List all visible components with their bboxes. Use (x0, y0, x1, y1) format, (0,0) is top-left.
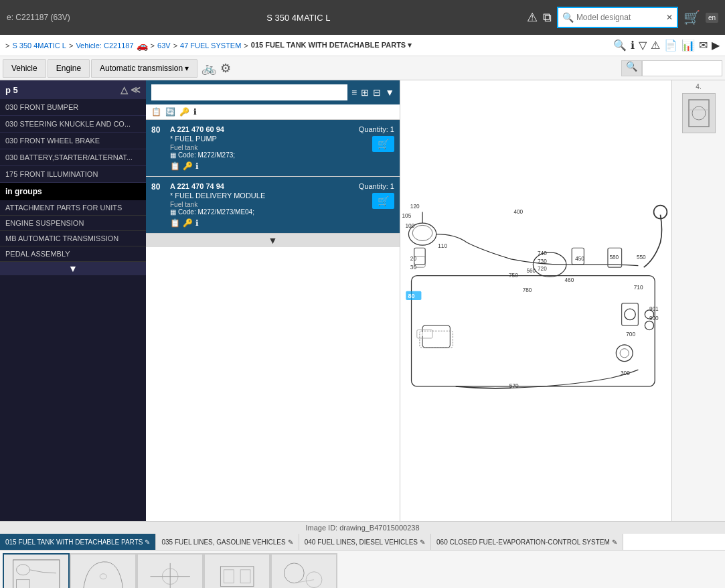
part-key-icon-1[interactable]: 🔑 (183, 161, 193, 171)
thumbnail-4[interactable] (204, 553, 270, 588)
parts-action-info-icon[interactable]: ℹ (193, 107, 197, 117)
part-info-1: A 221 470 60 94 * FUEL PUMP Fuel tank ▦ … (170, 125, 353, 171)
svg-text:720: 720 (538, 266, 547, 272)
top-header: e: C221187 (63V) S 350 4MATIC L ⚠ ⧉ 🔍 ✕ … (0, 0, 725, 35)
parts-action-exchange-icon[interactable]: 🔄 (165, 107, 175, 117)
right-panel-image[interactable] (682, 93, 716, 133)
sidebar-item-mb-automatic[interactable]: MB AUTOMATIC TRANSMISSION (0, 231, 146, 246)
parts-view-icon[interactable]: ⊟ (373, 87, 381, 98)
thumb-tab-edit-1[interactable]: ✎ (288, 538, 293, 546)
part-list-icon-1[interactable]: 📋 (170, 161, 180, 171)
part-list-icon-2[interactable]: 📋 (170, 218, 180, 228)
sidebar-collapse-icon[interactable]: △ (120, 84, 128, 95)
doc-icon[interactable]: 📄 (664, 39, 677, 52)
sidebar-item-pedal[interactable]: PEDAL ASSEMBLY (0, 246, 146, 262)
thumb-tab-060[interactable]: 060 CLOSED FUEL-EVAPORATION-CONTROL SYST… (431, 534, 623, 550)
sidebar-item-attachment[interactable]: ATTACHMENT PARTS FOR UNITS (0, 200, 146, 216)
sidebar-close-icon[interactable]: ≪ (131, 84, 141, 95)
info-icon[interactable]: ℹ (631, 39, 635, 52)
search-icon: 🔍 (562, 12, 574, 23)
parts-search-input[interactable] (151, 84, 347, 100)
breadcrumb-separator: > (5, 42, 9, 50)
sidebar-scroll-down[interactable]: ▼ (0, 262, 146, 275)
breadcrumb-model[interactable]: S 350 4MATIC L (12, 42, 66, 50)
svg-text:780: 780 (523, 288, 532, 294)
part-code-2: A 221 470 74 94 (170, 182, 353, 190)
tab-vehicle[interactable]: Vehicle (3, 59, 46, 78)
copy-icon[interactable]: ⧉ (543, 11, 552, 25)
part-info-icon-1[interactable]: ℹ (195, 161, 199, 171)
alert-icon[interactable]: ⚠ (651, 39, 660, 52)
arrow-icon[interactable]: ▶ (712, 39, 720, 52)
thumb-tab-edit-2[interactable]: ✎ (420, 538, 425, 546)
sidebar-item-steering-knuckle[interactable]: 030 STEERING KNUCKLE AND CO... (0, 116, 146, 133)
sidebar: p 5 △ ≪ 030 FRONT BUMPER 030 STEERING KN… (0, 80, 146, 521)
tab-search-input[interactable] (642, 60, 722, 76)
breadcrumb-63v[interactable]: 63V (157, 42, 171, 50)
part-quantity-1: Quantity: 1 (359, 125, 394, 133)
thumb-tab-040[interactable]: 040 FUEL LINES, DIESEL VEHICLES ✎ (299, 534, 431, 550)
bike-icon[interactable]: 🚲 (202, 61, 216, 76)
thumbnail-svg-1 (7, 557, 65, 588)
part-quantity-2: Quantity: 1 (359, 182, 394, 190)
parts-action-list-icon[interactable]: 📋 (151, 107, 161, 117)
sidebar-item-engine-suspension[interactable]: ENGINE SUSPENSION (0, 216, 146, 231)
thumbnail-3[interactable] (137, 553, 204, 588)
parts-scroll-down[interactable]: ▼ (146, 234, 400, 247)
thumb-tab-015[interactable]: 015 FUEL TANK WITH DETACHABLE PARTS ✎ (0, 534, 156, 550)
add-to-cart-1[interactable]: 🛒 (372, 136, 394, 152)
clear-search-button[interactable]: ✕ (666, 13, 673, 22)
parts-list-icon[interactable]: ≡ (351, 87, 357, 98)
part-name-1: * FUEL PUMP (170, 135, 353, 143)
svg-point-2 (412, 226, 432, 241)
chart-icon[interactable]: 📊 (681, 39, 695, 52)
svg-text:100: 100 (405, 223, 414, 229)
svg-text:800: 800 (420, 332, 430, 338)
tab-engine[interactable]: Engine (48, 59, 90, 78)
parts-grid-icon[interactable]: ⊞ (361, 87, 369, 98)
sidebar-item-front-illumination[interactable]: 175 FRONT ILLUMINATION (0, 166, 146, 183)
breadcrumb-vehicle[interactable]: Vehicle: C221187 (76, 42, 133, 50)
thumbnail-2[interactable] (70, 553, 137, 588)
sidebar-item-battery[interactable]: 030 BATTERY,STARTER/ALTERNAT... (0, 149, 146, 166)
thumb-tab-edit-3[interactable]: ✎ (612, 538, 617, 546)
svg-rect-48 (13, 560, 59, 588)
filter-icon[interactable]: ▽ (639, 39, 647, 52)
warning-icon[interactable]: ⚠ (527, 10, 538, 25)
add-to-cart-2[interactable]: 🛒 (372, 193, 394, 209)
engine-icon[interactable]: ⚙ (220, 61, 231, 76)
part-qty-2: Quantity: 1 🛒 (359, 182, 394, 209)
right-panel: 4. (671, 80, 725, 521)
language-badge[interactable]: en (706, 13, 718, 23)
parts-scroll-up[interactable]: ▼ (385, 87, 394, 98)
cart-icon[interactable]: 🛒 (683, 9, 700, 25)
part-key-icon-2[interactable]: 🔑 (183, 218, 193, 228)
parts-toolbar: ≡ ⊞ ⊟ ▼ (146, 80, 400, 104)
svg-rect-58 (240, 570, 250, 583)
thumbnail-1[interactable] (3, 553, 70, 588)
model-search-input[interactable] (576, 13, 663, 22)
model-name: S 350 4MATIC L (77, 13, 520, 23)
sidebar-item-front-bumper[interactable]: 030 FRONT BUMPER (0, 99, 146, 116)
tab-search-button[interactable]: 🔍 (621, 60, 642, 76)
thumbnail-5[interactable] (270, 553, 337, 588)
mail-icon[interactable]: ✉ (699, 39, 708, 52)
part-item-2[interactable]: 80 A 221 470 74 94 * FUEL DELIVERY MODUL… (146, 177, 400, 234)
svg-text:460: 460 (564, 278, 574, 284)
breadcrumb-fuel-system[interactable]: 47 FUEL SYSTEM (180, 42, 241, 50)
vehicle-icon[interactable]: 🚗 (137, 40, 148, 51)
breadcrumb-current[interactable]: 015 FUEL TANK WITH DETACHABLE PARTS ▾ (251, 41, 412, 50)
thumb-tab-edit-0[interactable]: ✎ (145, 538, 150, 546)
thumbnail-svg-3 (141, 557, 199, 588)
part-info-icon-2[interactable]: ℹ (195, 218, 199, 228)
sidebar-item-front-wheel-brake[interactable]: 030 FRONT WHEEL BRAKE (0, 133, 146, 149)
svg-text:560: 560 (526, 269, 536, 275)
parts-action-key-icon[interactable]: 🔑 (179, 107, 189, 117)
part-item-1[interactable]: 80 A 221 470 60 94 * FUEL PUMP Fuel tank… (146, 120, 400, 177)
part-pos-1: 80 (151, 125, 165, 135)
part-name-2: * FUEL DELIVERY MODULE (170, 192, 353, 200)
part-qty-1: Quantity: 1 🛒 (359, 125, 394, 152)
zoom-icon[interactable]: 🔍 (613, 39, 627, 52)
tab-automatic-transmission[interactable]: Automatic transmission ▾ (91, 59, 197, 78)
thumb-tab-035[interactable]: 035 FUEL LINES, GASOLINE VEHICLES ✎ (156, 534, 299, 550)
